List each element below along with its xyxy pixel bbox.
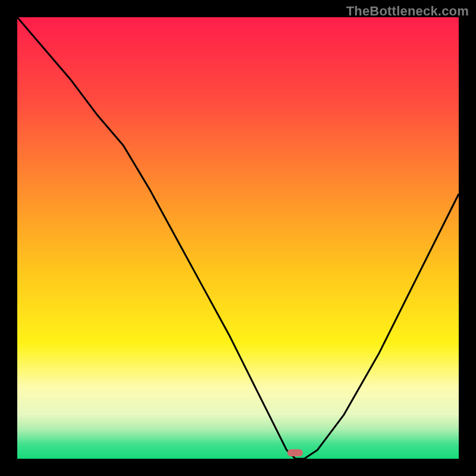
plot-area bbox=[17, 17, 459, 459]
optimal-marker bbox=[287, 449, 303, 456]
curve-path bbox=[17, 17, 459, 459]
watermark-text: TheBottleneck.com bbox=[346, 4, 469, 19]
chart-frame: TheBottleneck.com bbox=[0, 0, 476, 476]
bottleneck-curve bbox=[17, 17, 459, 459]
